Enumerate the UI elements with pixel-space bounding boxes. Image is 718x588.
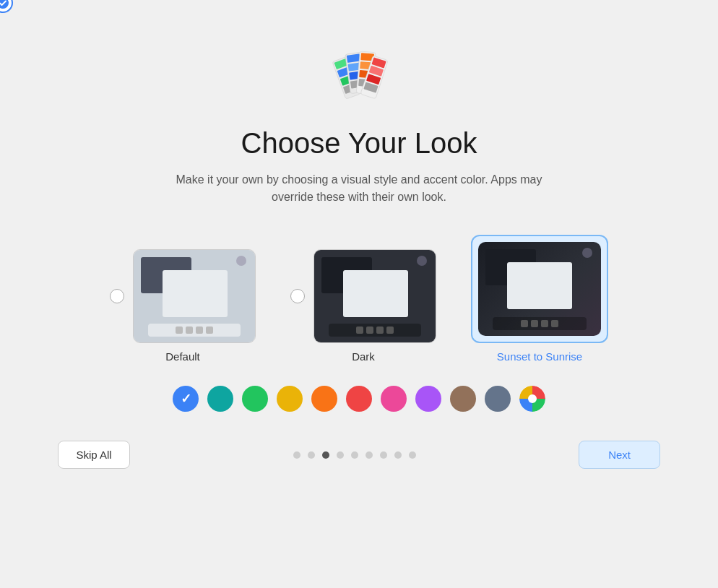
color-swatch-yellow[interactable]: [277, 386, 303, 412]
theme-option-dark[interactable]: Dark: [290, 249, 436, 363]
color-swatch-green[interactable]: [242, 386, 268, 412]
bottom-bar: Skip All Next: [43, 441, 675, 469]
theme-preview-sunset[interactable]: [478, 242, 601, 336]
color-swatch-pink[interactable]: [381, 386, 407, 412]
theme-check-badge-sunset: [0, 0, 13, 13]
pagination-dot-1: [308, 451, 315, 459]
color-swatch-multicolor[interactable]: [519, 386, 545, 412]
next-button[interactable]: Next: [579, 441, 660, 469]
theme-options-row: Default: [110, 235, 608, 363]
main-window: Choose Your Look Make it your own by cho…: [0, 0, 718, 588]
svg-point-22: [528, 394, 537, 403]
theme-radio-dark[interactable]: [290, 289, 305, 303]
color-swatches-row: [173, 386, 545, 412]
color-swatch-slate[interactable]: [485, 386, 511, 412]
theme-label-default: Default: [165, 350, 200, 363]
theme-preview-default[interactable]: [133, 249, 256, 343]
pagination-dots: [293, 451, 416, 459]
theme-selected-wrapper-sunset: [471, 235, 608, 343]
pagination-dot-3: [337, 451, 344, 459]
theme-option-default[interactable]: Default: [110, 249, 256, 363]
skip-all-button[interactable]: Skip All: [58, 441, 130, 469]
color-swatch-red[interactable]: [346, 386, 372, 412]
pagination-dot-7: [394, 451, 402, 459]
pagination-dot-0: [293, 451, 300, 459]
theme-radio-default[interactable]: [110, 289, 124, 303]
page-title: Choose Your Look: [241, 127, 477, 160]
pagination-dot-5: [366, 451, 373, 459]
theme-label-sunset: Sunset to Sunrise: [497, 350, 582, 363]
theme-option-sunset[interactable]: Sunset to Sunrise: [471, 235, 608, 363]
color-swatch-orange[interactable]: [311, 386, 337, 412]
theme-label-dark: Dark: [352, 350, 375, 363]
pagination-dot-8: [409, 451, 416, 459]
color-swatch-teal[interactable]: [207, 386, 233, 412]
color-swatch-blue[interactable]: [173, 386, 199, 412]
page-subtitle: Make it your own by choosing a visual st…: [171, 171, 547, 206]
theme-preview-dark[interactable]: [313, 249, 436, 343]
app-icon: [316, 29, 402, 116]
pagination-dot-6: [380, 451, 387, 459]
color-swatch-purple[interactable]: [415, 386, 441, 412]
color-swatch-brown[interactable]: [450, 386, 476, 412]
pagination-dot-4: [351, 451, 358, 459]
pagination-dot-2: [322, 451, 329, 459]
